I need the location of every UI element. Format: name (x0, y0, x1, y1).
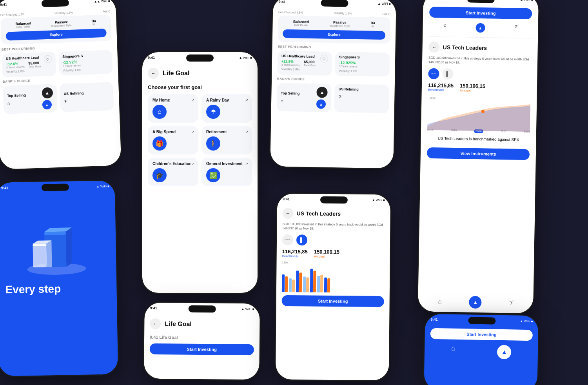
dynamic-island-8 (468, 317, 495, 324)
time-2: 9:41 (148, 56, 155, 60)
tech-title-7: US Tech Leaders (297, 210, 341, 217)
fund-card-3a: ♡ US Healthcare Lead +12.8% 3 Years retu… (277, 51, 332, 76)
dynamic-island-3 (321, 0, 348, 7)
tree-nav-bottom-4[interactable]: 𝒱 (509, 299, 513, 306)
line-chart-btn-4[interactable]: 〰 (428, 68, 439, 79)
svg-rect-4 (44, 232, 66, 235)
status-icons-4: ▲ WiFi ■ (520, 0, 533, 2)
home-nav-4[interactable]: ⌂ (444, 22, 446, 32)
us-refining-card-3: US Refining 𝒱 (334, 84, 389, 113)
dynamic-island-7 (320, 196, 347, 204)
phone-1: 9:41 ▲▲ WiFi ■ Fee Charged 1.8% Volatili… (0, 0, 123, 171)
fee-c-3: Fee C (383, 12, 391, 16)
status-icons-6: ▲ WiFi ■ (241, 307, 254, 311)
phone-1-content: Fee Charged 1.8% Volatility 1.8% Fee C B… (0, 6, 121, 170)
status-icons-5: ▲ WiFi ■ (96, 184, 109, 188)
goal-retirement[interactable]: Retirement ↗ 🚶 (201, 126, 252, 154)
start-investing-btn-4[interactable]: Start Investing (429, 7, 532, 20)
goal-subtitle-2: Choose your first goal (148, 84, 252, 90)
stats-row-7: 116,215,85 Benchmark 150,106,15 Amount (282, 249, 385, 259)
benchmark-stat-7: 116,215,85 Benchmark (282, 249, 308, 258)
home-icon-1: ⌂ (7, 100, 26, 106)
status-icons-1: ▲▲ WiFi ■ (94, 0, 110, 3)
chart-toggle-4: 〰 ▌ (428, 68, 531, 81)
fund-card-1: ♡ US Healthcare Lead +12.8% 3 Years retu… (2, 52, 56, 78)
explore-btn-3[interactable]: Explore (283, 29, 385, 40)
logo-nav-bottom-4[interactable]: ▲ (469, 296, 482, 309)
umbrella-icon-2: ☂ (206, 105, 220, 119)
phone-8-blue-right: 9:41 ▲ WiFi ■ Start Investing ⌂ ▲ (423, 312, 539, 385)
top-selling-card-1: Top Selling ⌂ ▲ ▲ (3, 84, 57, 114)
bar-1a (282, 274, 285, 292)
childrens-education-label: Children's Education (152, 162, 194, 166)
tech-header-4: ← US Tech Leaders (428, 42, 531, 54)
performance-cards-3: ♡ US Healthcare Lead +12.8% 3 Years retu… (277, 51, 390, 77)
svg-marker-9 (46, 240, 52, 267)
mountain-icon-1: ▲ (42, 87, 53, 98)
status-icons-3: ▲ WiFi ■ (377, 2, 390, 5)
bar-chart-btn-4[interactable]: ▌ (442, 69, 453, 80)
goal-rainy-day[interactable]: A Rainy Day ↗ ☂ (201, 94, 252, 123)
bar-chart-btn-7[interactable]: ▌ (296, 235, 307, 246)
blue-logo-3: ▲ (316, 99, 326, 109)
tech-desc-4: SGD 100,000 invested in this strategy 5 … (428, 56, 531, 66)
line-chart-btn-7[interactable]: 〰 (282, 234, 293, 245)
home-icon-3: ⌂ (281, 98, 299, 104)
home-nav-8[interactable]: ⌂ (451, 344, 456, 358)
goal-childrens-education[interactable]: Children's Education ↗ 🎓 (148, 158, 198, 186)
back-button-4[interactable]: ← (428, 42, 439, 53)
back-button-6[interactable]: ← (150, 318, 161, 329)
banks-choice-3: Top Selling ⌂ ▲ ▲ US Refining 𝒱 (277, 83, 389, 113)
tree-icon-1: 𝒱 (64, 98, 84, 104)
stats-row-4: 116,215,85 Benchmark 150,106,15 Amount (428, 82, 531, 94)
svg-rect-7 (33, 243, 47, 267)
goal-my-home[interactable]: My Home ↗ ⌂ (148, 94, 198, 123)
view-instruments-btn-4[interactable]: View Instruments (427, 147, 530, 160)
start-investing-btn-8[interactable]: Start Investing (430, 328, 533, 341)
logo-nav-8[interactable]: ▲ (497, 345, 512, 360)
fund-volatility-1: Volatility 1.8% (6, 69, 52, 74)
goal-general-investment[interactable]: General Investment ↗ 💹 (201, 158, 252, 186)
retirement-label: Retirement (206, 130, 247, 134)
start-btn-7[interactable]: Start Investing (282, 295, 384, 307)
home-nav-bottom-4[interactable]: ⌂ (438, 298, 442, 305)
arrow-education: ↗ (191, 162, 194, 166)
start-btn-6[interactable]: Start Investing (150, 343, 254, 355)
bottom-nav-4: ⌂ ▲ 𝒱 (418, 295, 534, 309)
status-icons-7: ▲ WiFi ■ (372, 198, 385, 202)
bar-chart-7: 150k (282, 261, 385, 293)
banks-choice-label-3: BANK'S CHOICE (277, 77, 389, 83)
fee-c-1: Fee C (102, 9, 111, 13)
invest-icon-2: 💹 (206, 168, 220, 182)
tree-nav-4[interactable]: 𝒱 (514, 24, 517, 33)
arrow-big-spend: ↗ (191, 130, 194, 134)
risk-profile-ba-1: Ba Ri (91, 19, 96, 26)
us-refining-card-1: US Refining 𝒱 (60, 82, 114, 112)
bar-1b (285, 276, 288, 292)
svg-marker-5 (66, 227, 73, 267)
status-bar-8: 9:41 ▲ WiFi ■ (425, 314, 538, 327)
invest-label-1: Investment Style (51, 24, 72, 27)
dynamic-island-2 (186, 54, 214, 62)
back-button-2[interactable]: ← (148, 68, 159, 79)
time-7: 9:41 (283, 197, 290, 201)
phone-3: 9:41 ▲ WiFi ■ Fee Charged 1.8% Volatilit… (269, 0, 397, 170)
fee-row-3: Fee Charged 1.8% Volatility 1.8% Fee C (278, 11, 390, 16)
back-button-7[interactable]: ← (283, 208, 294, 219)
cube-illustration (4, 211, 109, 276)
status-bar-2: 9:41 ▲ WiFi ■ (142, 52, 258, 63)
dynamic-island-1 (41, 0, 69, 7)
life-goal-header-6: ← Life Goal (150, 317, 254, 330)
heart-icon-1[interactable]: ♡ (44, 55, 52, 64)
logo-nav-4[interactable]: ▲ (475, 23, 485, 33)
goal-big-spend[interactable]: A Big Spend ↗ 🎁 (148, 126, 198, 154)
arrow-retirement: ↗ (245, 130, 248, 134)
phone-2-content: ← Life Goal Choose your first goal My Ho… (142, 63, 258, 293)
blue-logo-1: ▲ (42, 100, 52, 110)
phone-5-blue: 9:41 ▲ WiFi ■ Every step (0, 179, 119, 377)
fund-gain-1: $5,000 Total Gain (28, 61, 41, 68)
best-performing-label-3: BEST PERFORMING (278, 45, 390, 51)
life-goal-header-2: ← Life Goal (148, 66, 252, 79)
nav-area-4-top: ⌂ ▲ 𝒱 (429, 22, 532, 34)
explore-btn-1[interactable]: Explore (5, 29, 107, 41)
